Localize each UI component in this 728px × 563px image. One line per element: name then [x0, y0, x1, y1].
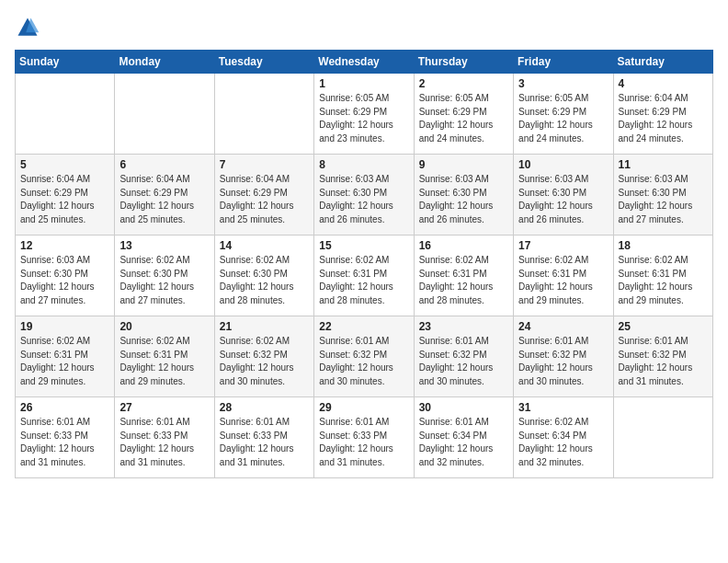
cell-info: Sunrise: 6:04 AM Sunset: 6:29 PM Dayligh… — [220, 173, 309, 226]
day-number: 19 — [20, 320, 109, 333]
day-number: 8 — [319, 158, 408, 171]
calendar-cell: 12Sunrise: 6:03 AM Sunset: 6:30 PM Dayli… — [16, 236, 115, 316]
page-header — [15, 15, 713, 40]
calendar-cell: 30Sunrise: 6:01 AM Sunset: 6:34 PM Dayli… — [414, 397, 513, 478]
calendar-cell: 15Sunrise: 6:02 AM Sunset: 6:31 PM Dayli… — [314, 236, 414, 316]
calendar-cell — [214, 74, 313, 155]
calendar-cell: 8Sunrise: 6:03 AM Sunset: 6:30 PM Daylig… — [314, 155, 414, 236]
day-number: 10 — [518, 158, 608, 171]
calendar-cell: 20Sunrise: 6:02 AM Sunset: 6:31 PM Dayli… — [115, 316, 214, 397]
header-row: SundayMondayTuesdayWednesdayThursdayFrid… — [16, 51, 713, 74]
cell-info: Sunrise: 6:03 AM Sunset: 6:30 PM Dayligh… — [319, 173, 408, 226]
day-number: 7 — [220, 158, 309, 171]
header-day-tuesday: Tuesday — [214, 51, 313, 74]
cell-info: Sunrise: 6:02 AM Sunset: 6:30 PM Dayligh… — [119, 254, 209, 307]
calendar-cell: 13Sunrise: 6:02 AM Sunset: 6:30 PM Dayli… — [115, 236, 214, 316]
cell-info: Sunrise: 6:04 AM Sunset: 6:29 PM Dayligh… — [119, 173, 209, 226]
week-row-3: 12Sunrise: 6:03 AM Sunset: 6:30 PM Dayli… — [16, 236, 713, 316]
calendar-cell: 26Sunrise: 6:01 AM Sunset: 6:33 PM Dayli… — [16, 397, 115, 478]
day-number: 22 — [319, 320, 408, 333]
day-number: 9 — [419, 158, 508, 171]
header-day-sunday: Sunday — [16, 51, 115, 74]
calendar-cell: 2Sunrise: 6:05 AM Sunset: 6:29 PM Daylig… — [414, 74, 513, 155]
day-number: 27 — [119, 401, 209, 414]
cell-info: Sunrise: 6:03 AM Sunset: 6:30 PM Dayligh… — [419, 173, 508, 226]
day-number: 14 — [220, 239, 309, 252]
calendar-cell: 23Sunrise: 6:01 AM Sunset: 6:32 PM Dayli… — [414, 316, 513, 397]
day-number: 15 — [319, 239, 408, 252]
day-number: 6 — [119, 158, 209, 171]
day-number: 30 — [419, 401, 508, 414]
day-number: 31 — [518, 401, 608, 414]
cell-info: Sunrise: 6:02 AM Sunset: 6:32 PM Dayligh… — [220, 335, 309, 388]
calendar-table: SundayMondayTuesdayWednesdayThursdayFrid… — [15, 50, 713, 478]
cell-info: Sunrise: 6:02 AM Sunset: 6:31 PM Dayligh… — [119, 335, 209, 388]
header-day-monday: Monday — [115, 51, 214, 74]
calendar-cell: 1Sunrise: 6:05 AM Sunset: 6:29 PM Daylig… — [314, 74, 414, 155]
logo — [15, 15, 44, 40]
day-number: 20 — [119, 320, 209, 333]
calendar-cell: 5Sunrise: 6:04 AM Sunset: 6:29 PM Daylig… — [16, 155, 115, 236]
header-day-thursday: Thursday — [414, 51, 513, 74]
calendar-cell: 6Sunrise: 6:04 AM Sunset: 6:29 PM Daylig… — [115, 155, 214, 236]
calendar-cell: 11Sunrise: 6:03 AM Sunset: 6:30 PM Dayli… — [613, 155, 712, 236]
cell-info: Sunrise: 6:02 AM Sunset: 6:31 PM Dayligh… — [419, 254, 508, 307]
cell-info: Sunrise: 6:05 AM Sunset: 6:29 PM Dayligh… — [419, 92, 508, 145]
calendar-cell: 25Sunrise: 6:01 AM Sunset: 6:32 PM Dayli… — [613, 316, 712, 397]
day-number: 12 — [20, 239, 109, 252]
calendar-cell: 17Sunrise: 6:02 AM Sunset: 6:31 PM Dayli… — [514, 236, 613, 316]
day-number: 21 — [220, 320, 309, 333]
day-number: 24 — [518, 320, 608, 333]
cell-info: Sunrise: 6:01 AM Sunset: 6:34 PM Dayligh… — [419, 416, 508, 469]
day-number: 18 — [619, 239, 708, 252]
cell-info: Sunrise: 6:02 AM Sunset: 6:31 PM Dayligh… — [319, 254, 408, 307]
logo-icon — [15, 15, 40, 40]
day-number: 11 — [619, 158, 708, 171]
day-number: 17 — [518, 239, 608, 252]
cell-info: Sunrise: 6:01 AM Sunset: 6:33 PM Dayligh… — [20, 416, 109, 469]
header-day-wednesday: Wednesday — [314, 51, 414, 74]
cell-info: Sunrise: 6:01 AM Sunset: 6:32 PM Dayligh… — [319, 335, 408, 388]
day-number: 2 — [419, 77, 508, 90]
cell-info: Sunrise: 6:01 AM Sunset: 6:32 PM Dayligh… — [518, 335, 608, 388]
calendar-cell: 27Sunrise: 6:01 AM Sunset: 6:33 PM Dayli… — [115, 397, 214, 478]
cell-info: Sunrise: 6:01 AM Sunset: 6:33 PM Dayligh… — [319, 416, 408, 469]
week-row-1: 1Sunrise: 6:05 AM Sunset: 6:29 PM Daylig… — [16, 74, 713, 155]
calendar-cell: 31Sunrise: 6:02 AM Sunset: 6:34 PM Dayli… — [514, 397, 613, 478]
cell-info: Sunrise: 6:02 AM Sunset: 6:31 PM Dayligh… — [20, 335, 109, 388]
calendar-cell: 14Sunrise: 6:02 AM Sunset: 6:30 PM Dayli… — [214, 236, 313, 316]
calendar-cell: 16Sunrise: 6:02 AM Sunset: 6:31 PM Dayli… — [414, 236, 513, 316]
cell-info: Sunrise: 6:01 AM Sunset: 6:32 PM Dayligh… — [419, 335, 508, 388]
cell-info: Sunrise: 6:04 AM Sunset: 6:29 PM Dayligh… — [20, 173, 109, 226]
calendar-cell: 29Sunrise: 6:01 AM Sunset: 6:33 PM Dayli… — [314, 397, 414, 478]
cell-info: Sunrise: 6:02 AM Sunset: 6:31 PM Dayligh… — [619, 254, 708, 307]
cell-info: Sunrise: 6:01 AM Sunset: 6:33 PM Dayligh… — [220, 416, 309, 469]
day-number: 4 — [619, 77, 708, 90]
cell-info: Sunrise: 6:01 AM Sunset: 6:32 PM Dayligh… — [619, 335, 708, 388]
week-row-2: 5Sunrise: 6:04 AM Sunset: 6:29 PM Daylig… — [16, 155, 713, 236]
calendar-cell: 19Sunrise: 6:02 AM Sunset: 6:31 PM Dayli… — [16, 316, 115, 397]
calendar-cell: 10Sunrise: 6:03 AM Sunset: 6:30 PM Dayli… — [514, 155, 613, 236]
calendar-cell: 24Sunrise: 6:01 AM Sunset: 6:32 PM Dayli… — [514, 316, 613, 397]
cell-info: Sunrise: 6:05 AM Sunset: 6:29 PM Dayligh… — [319, 92, 408, 145]
day-number: 26 — [20, 401, 109, 414]
calendar-cell — [613, 397, 712, 478]
calendar-cell: 7Sunrise: 6:04 AM Sunset: 6:29 PM Daylig… — [214, 155, 313, 236]
calendar-cell: 9Sunrise: 6:03 AM Sunset: 6:30 PM Daylig… — [414, 155, 513, 236]
header-day-friday: Friday — [514, 51, 613, 74]
header-day-saturday: Saturday — [613, 51, 712, 74]
cell-info: Sunrise: 6:03 AM Sunset: 6:30 PM Dayligh… — [518, 173, 608, 226]
day-number: 25 — [619, 320, 708, 333]
week-row-5: 26Sunrise: 6:01 AM Sunset: 6:33 PM Dayli… — [16, 397, 713, 478]
cell-info: Sunrise: 6:01 AM Sunset: 6:33 PM Dayligh… — [119, 416, 209, 469]
day-number: 13 — [119, 239, 209, 252]
calendar-cell: 21Sunrise: 6:02 AM Sunset: 6:32 PM Dayli… — [214, 316, 313, 397]
calendar-cell: 4Sunrise: 6:04 AM Sunset: 6:29 PM Daylig… — [613, 74, 712, 155]
day-number: 16 — [419, 239, 508, 252]
day-number: 5 — [20, 158, 109, 171]
cell-info: Sunrise: 6:04 AM Sunset: 6:29 PM Dayligh… — [619, 92, 708, 145]
calendar-cell: 18Sunrise: 6:02 AM Sunset: 6:31 PM Dayli… — [613, 236, 712, 316]
day-number: 28 — [220, 401, 309, 414]
cell-info: Sunrise: 6:02 AM Sunset: 6:34 PM Dayligh… — [518, 416, 608, 469]
week-row-4: 19Sunrise: 6:02 AM Sunset: 6:31 PM Dayli… — [16, 316, 713, 397]
